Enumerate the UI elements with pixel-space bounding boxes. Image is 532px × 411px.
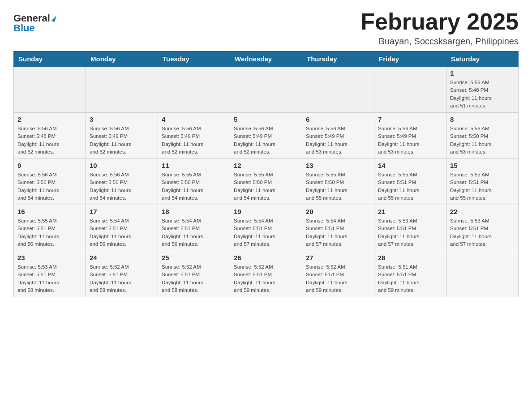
day-info: Sunrise: 5:52 AM Sunset: 5:51 PM Dayligh…	[90, 263, 154, 294]
day-info: Sunrise: 5:54 AM Sunset: 5:51 PM Dayligh…	[90, 217, 154, 248]
day-number: 20	[306, 208, 370, 215]
calendar-cell: 2Sunrise: 5:56 AM Sunset: 5:48 PM Daylig…	[14, 113, 86, 159]
day-info: Sunrise: 5:56 AM Sunset: 5:50 PM Dayligh…	[450, 125, 515, 156]
calendar-cell: 20Sunrise: 5:54 AM Sunset: 5:51 PM Dayli…	[302, 205, 374, 251]
calendar-week-row-0: 1Sunrise: 5:56 AM Sunset: 5:48 PM Daylig…	[14, 67, 519, 113]
day-info: Sunrise: 5:55 AM Sunset: 5:51 PM Dayligh…	[378, 171, 442, 202]
calendar-cell: 25Sunrise: 5:52 AM Sunset: 5:51 PM Dayli…	[158, 251, 230, 297]
calendar-cell: 14Sunrise: 5:55 AM Sunset: 5:51 PM Dayli…	[374, 159, 446, 205]
day-number: 7	[378, 116, 442, 123]
day-number: 2	[17, 116, 82, 123]
day-number: 17	[90, 208, 154, 215]
calendar-cell: 16Sunrise: 5:55 AM Sunset: 5:51 PM Dayli…	[14, 205, 86, 251]
calendar-cell: 23Sunrise: 5:53 AM Sunset: 5:51 PM Dayli…	[14, 251, 86, 297]
calendar-cell: 3Sunrise: 5:56 AM Sunset: 5:49 PM Daylig…	[86, 113, 158, 159]
calendar-week-row-1: 2Sunrise: 5:56 AM Sunset: 5:48 PM Daylig…	[14, 113, 519, 159]
day-info: Sunrise: 5:54 AM Sunset: 5:51 PM Dayligh…	[306, 217, 370, 248]
day-info: Sunrise: 5:56 AM Sunset: 5:50 PM Dayligh…	[17, 171, 82, 202]
calendar-cell: 19Sunrise: 5:54 AM Sunset: 5:51 PM Dayli…	[230, 205, 302, 251]
calendar-cell: 26Sunrise: 5:52 AM Sunset: 5:51 PM Dayli…	[230, 251, 302, 297]
calendar-cell: 1Sunrise: 5:56 AM Sunset: 5:48 PM Daylig…	[446, 67, 519, 113]
day-number: 27	[306, 254, 370, 261]
header: General Blue February 2025 Buayan, Soccs…	[13, 9, 519, 47]
day-info: Sunrise: 5:53 AM Sunset: 5:51 PM Dayligh…	[17, 263, 82, 294]
title-area: February 2025 Buayan, Soccsksargen, Phil…	[360, 9, 519, 47]
calendar-cell: 15Sunrise: 5:55 AM Sunset: 5:51 PM Dayli…	[446, 159, 519, 205]
day-info: Sunrise: 5:56 AM Sunset: 5:49 PM Dayligh…	[162, 125, 226, 156]
day-info: Sunrise: 5:55 AM Sunset: 5:50 PM Dayligh…	[234, 171, 298, 202]
calendar-cell: 22Sunrise: 5:53 AM Sunset: 5:51 PM Dayli…	[446, 205, 519, 251]
day-info: Sunrise: 5:56 AM Sunset: 5:49 PM Dayligh…	[306, 125, 370, 156]
calendar-cell: 10Sunrise: 5:56 AM Sunset: 5:50 PM Dayli…	[86, 159, 158, 205]
day-number: 10	[90, 162, 154, 169]
location-subtitle: Buayan, Soccsksargen, Philippines	[360, 36, 519, 47]
day-info: Sunrise: 5:54 AM Sunset: 5:51 PM Dayligh…	[162, 217, 226, 248]
calendar-cell: 7Sunrise: 5:56 AM Sunset: 5:49 PM Daylig…	[374, 113, 446, 159]
header-saturday: Saturday	[446, 51, 519, 67]
day-info: Sunrise: 5:55 AM Sunset: 5:51 PM Dayligh…	[17, 217, 82, 248]
calendar-body: 1Sunrise: 5:56 AM Sunset: 5:48 PM Daylig…	[14, 67, 519, 297]
day-number: 5	[234, 116, 298, 123]
calendar-cell: 18Sunrise: 5:54 AM Sunset: 5:51 PM Dayli…	[158, 205, 230, 251]
calendar-week-row-4: 23Sunrise: 5:53 AM Sunset: 5:51 PM Dayli…	[14, 251, 519, 297]
day-number: 22	[450, 208, 515, 215]
calendar-cell: 17Sunrise: 5:54 AM Sunset: 5:51 PM Dayli…	[86, 205, 158, 251]
calendar-cell: 11Sunrise: 5:55 AM Sunset: 5:50 PM Dayli…	[158, 159, 230, 205]
day-info: Sunrise: 5:56 AM Sunset: 5:49 PM Dayligh…	[234, 125, 298, 156]
day-info: Sunrise: 5:54 AM Sunset: 5:51 PM Dayligh…	[234, 217, 298, 248]
day-number: 12	[234, 162, 298, 169]
day-number: 14	[378, 162, 442, 169]
calendar-cell: 9Sunrise: 5:56 AM Sunset: 5:50 PM Daylig…	[14, 159, 86, 205]
calendar-cell	[446, 251, 519, 297]
day-info: Sunrise: 5:52 AM Sunset: 5:51 PM Dayligh…	[306, 263, 370, 294]
calendar-cell: 21Sunrise: 5:53 AM Sunset: 5:51 PM Dayli…	[374, 205, 446, 251]
calendar-header-row: Sunday Monday Tuesday Wednesday Thursday…	[14, 51, 519, 67]
header-wednesday: Wednesday	[230, 51, 302, 67]
day-number: 19	[234, 208, 298, 215]
day-number: 3	[90, 116, 154, 123]
day-number: 6	[306, 116, 370, 123]
day-number: 13	[306, 162, 370, 169]
calendar-week-row-2: 9Sunrise: 5:56 AM Sunset: 5:50 PM Daylig…	[14, 159, 519, 205]
calendar-cell	[86, 67, 158, 113]
calendar-cell: 27Sunrise: 5:52 AM Sunset: 5:51 PM Dayli…	[302, 251, 374, 297]
calendar-week-row-3: 16Sunrise: 5:55 AM Sunset: 5:51 PM Dayli…	[14, 205, 519, 251]
day-info: Sunrise: 5:52 AM Sunset: 5:51 PM Dayligh…	[162, 263, 226, 294]
day-number: 15	[450, 162, 515, 169]
logo-blue-text: Blue	[13, 23, 35, 33]
day-info: Sunrise: 5:52 AM Sunset: 5:51 PM Dayligh…	[234, 263, 298, 294]
day-number: 8	[450, 116, 515, 123]
day-info: Sunrise: 5:53 AM Sunset: 5:51 PM Dayligh…	[450, 217, 515, 248]
day-info: Sunrise: 5:56 AM Sunset: 5:48 PM Dayligh…	[17, 125, 82, 156]
calendar-cell: 5Sunrise: 5:56 AM Sunset: 5:49 PM Daylig…	[230, 113, 302, 159]
day-number: 4	[162, 116, 226, 123]
day-info: Sunrise: 5:55 AM Sunset: 5:51 PM Dayligh…	[450, 171, 515, 202]
calendar-cell: 6Sunrise: 5:56 AM Sunset: 5:49 PM Daylig…	[302, 113, 374, 159]
day-info: Sunrise: 5:56 AM Sunset: 5:50 PM Dayligh…	[90, 171, 154, 202]
day-info: Sunrise: 5:56 AM Sunset: 5:49 PM Dayligh…	[378, 125, 442, 156]
day-number: 28	[378, 254, 442, 261]
day-info: Sunrise: 5:51 AM Sunset: 5:51 PM Dayligh…	[378, 263, 442, 294]
calendar-cell: 24Sunrise: 5:52 AM Sunset: 5:51 PM Dayli…	[86, 251, 158, 297]
calendar-table: Sunday Monday Tuesday Wednesday Thursday…	[13, 51, 519, 297]
calendar-cell	[374, 67, 446, 113]
calendar-cell	[158, 67, 230, 113]
header-sunday: Sunday	[14, 51, 86, 67]
day-info: Sunrise: 5:56 AM Sunset: 5:49 PM Dayligh…	[90, 125, 154, 156]
day-number: 23	[17, 254, 82, 261]
day-number: 26	[234, 254, 298, 261]
header-tuesday: Tuesday	[158, 51, 230, 67]
month-year-title: February 2025	[360, 9, 519, 34]
calendar-cell: 8Sunrise: 5:56 AM Sunset: 5:50 PM Daylig…	[446, 113, 519, 159]
day-number: 9	[17, 162, 82, 169]
logo: General Blue	[13, 9, 56, 33]
day-info: Sunrise: 5:53 AM Sunset: 5:51 PM Dayligh…	[378, 217, 442, 248]
day-number: 11	[162, 162, 226, 169]
header-thursday: Thursday	[302, 51, 374, 67]
day-info: Sunrise: 5:55 AM Sunset: 5:50 PM Dayligh…	[306, 171, 370, 202]
day-number: 25	[162, 254, 226, 261]
calendar-cell	[230, 67, 302, 113]
calendar-cell	[14, 67, 86, 113]
calendar-cell: 4Sunrise: 5:56 AM Sunset: 5:49 PM Daylig…	[158, 113, 230, 159]
day-number: 24	[90, 254, 154, 261]
